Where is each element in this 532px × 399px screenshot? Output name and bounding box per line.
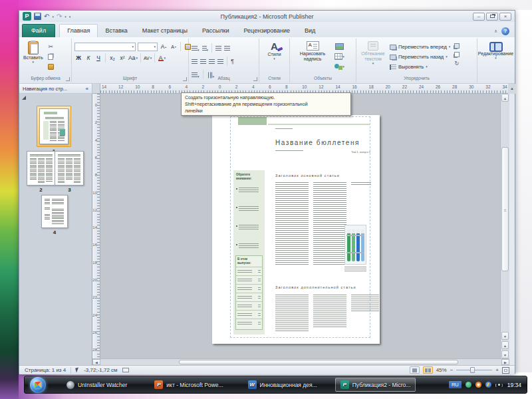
tab-page-design[interactable]: Макет страницы bbox=[135, 25, 195, 37]
publication-page[interactable]: Название бюллетеня Том 1, выпуск 1 Обрат… bbox=[212, 115, 380, 344]
font-size-combo[interactable]: ▾ bbox=[138, 43, 158, 51]
zoom-level[interactable]: 45% bbox=[436, 367, 447, 373]
horizontal-scrollbar[interactable]: ◀ ▶ bbox=[92, 358, 509, 365]
bullets-button[interactable]: ▾ bbox=[192, 42, 200, 54]
zoom-slider[interactable] bbox=[456, 370, 492, 370]
character-spacing-button[interactable]: AV▾ bbox=[144, 54, 152, 63]
tray-power-icon[interactable] bbox=[485, 382, 491, 388]
rotate-objects-button[interactable]: ↻ bbox=[452, 59, 461, 67]
page-navigation-pane[interactable]: 1 2 bbox=[19, 94, 92, 365]
main-story-headline[interactable]: Заголовок основной статьи bbox=[275, 174, 340, 178]
format-painter-button[interactable] bbox=[46, 62, 56, 71]
help-icon[interactable]: ? bbox=[501, 27, 509, 35]
collapse-ribbon-icon[interactable]: ∧ bbox=[494, 29, 497, 34]
taskbar-item-uninstaller[interactable]: UnInstaller Watcher bbox=[66, 381, 127, 389]
collapse-pane-icon[interactable]: « bbox=[86, 86, 88, 92]
save-icon[interactable] bbox=[34, 13, 41, 20]
taskbar-clock[interactable]: 19:34 bbox=[507, 382, 521, 388]
tab-view[interactable]: Вид bbox=[297, 25, 323, 37]
image-caption-text[interactable] bbox=[344, 267, 366, 272]
font-color-button[interactable]: A▾ bbox=[158, 54, 166, 63]
previous-page-button[interactable]: ▲ bbox=[501, 341, 509, 349]
clipboard-dialog-launcher-icon[interactable] bbox=[66, 77, 70, 81]
tab-insert[interactable]: Вставка bbox=[98, 25, 134, 37]
font-dialog-launcher-icon[interactable] bbox=[183, 77, 187, 81]
page-thumbnail-2-3[interactable]: 2 3 bbox=[27, 151, 84, 193]
main-story-column[interactable] bbox=[313, 182, 346, 266]
numbering-button[interactable]: ▾ bbox=[202, 42, 209, 54]
send-backward-button[interactable]: Переместить назад▾ bbox=[390, 53, 450, 61]
subscript-button[interactable]: x₂ bbox=[108, 54, 116, 63]
styles-button[interactable]: A Стили ▾ bbox=[265, 40, 283, 62]
underline-button[interactable]: Ч bbox=[94, 54, 102, 63]
scroll-right-button[interactable]: ▶ bbox=[501, 359, 509, 365]
two-page-view-button[interactable] bbox=[423, 366, 433, 374]
change-case-button[interactable]: Aa▾ bbox=[128, 54, 138, 63]
organization-name-text[interactable] bbox=[275, 128, 293, 130]
ruler-options-button[interactable]: ▲ bbox=[508, 84, 516, 94]
decrease-indent-button[interactable] bbox=[215, 42, 221, 54]
insert-shapes-button[interactable]: ▾ bbox=[334, 62, 344, 71]
align-objects-button[interactable]: Выровнять▾ bbox=[390, 63, 450, 71]
tray-network-icon[interactable] bbox=[495, 382, 503, 388]
paste-button[interactable]: Вставить ▾ bbox=[21, 40, 45, 65]
newsletter-date-text[interactable] bbox=[275, 150, 303, 152]
volume-issue-text[interactable]: Том 1, выпуск 1 bbox=[351, 150, 370, 154]
tab-file[interactable]: Файл bbox=[22, 24, 55, 37]
start-button[interactable] bbox=[30, 377, 46, 393]
tray-antivirus-icon[interactable] bbox=[475, 382, 481, 388]
scroll-down-button[interactable]: ▼ bbox=[501, 332, 509, 340]
vertical-scroll-thumb[interactable] bbox=[501, 147, 509, 271]
cut-button[interactable]: ✂ bbox=[46, 42, 56, 51]
italic-button[interactable]: К bbox=[84, 54, 92, 63]
bring-forward-button[interactable]: Переместить вперед▾ bbox=[390, 43, 450, 51]
horizontal-scroll-thumb[interactable] bbox=[179, 360, 458, 364]
zoom-in-button[interactable]: + bbox=[495, 367, 499, 373]
tab-mailings[interactable]: Рассылки bbox=[195, 25, 236, 37]
main-story-column[interactable] bbox=[275, 182, 309, 266]
grow-font-button[interactable]: A▴ bbox=[160, 43, 168, 51]
align-left-button[interactable] bbox=[192, 55, 198, 67]
vertical-scrollbar[interactable]: ▲ ▼ ▲ ▼ bbox=[500, 94, 509, 358]
shrink-font-button[interactable]: A▾ bbox=[170, 43, 178, 51]
taskbar-item-word[interactable]: W Инновационная дея... bbox=[248, 380, 317, 389]
document-canvas[interactable]: Название бюллетеня Том 1, выпуск 1 Обрат… bbox=[100, 94, 500, 358]
zoom-slider-thumb[interactable] bbox=[470, 367, 475, 373]
superscript-button[interactable]: x² bbox=[118, 54, 126, 63]
tab-home[interactable]: Главная bbox=[59, 24, 98, 37]
close-button[interactable]: × bbox=[499, 13, 511, 21]
scroll-left-button[interactable]: ◀ bbox=[92, 359, 100, 365]
scroll-up-button[interactable]: ▲ bbox=[501, 94, 509, 102]
page-thumbnail-4[interactable]: 4 bbox=[41, 195, 68, 235]
show-marks-button[interactable]: ¶ bbox=[231, 58, 234, 65]
newsletter-title[interactable]: Название бюллетеня bbox=[275, 139, 360, 146]
insert-table-button[interactable]: ▾ bbox=[334, 52, 344, 61]
secondary-story-column[interactable] bbox=[313, 295, 346, 328]
paragraph-dialog-launcher-icon[interactable] bbox=[253, 77, 257, 81]
redo-icon[interactable]: ↷ bbox=[57, 13, 62, 20]
draw-textbox-button[interactable]: Нарисовать надпись bbox=[291, 40, 334, 63]
undo-icon[interactable]: ↶ bbox=[44, 13, 49, 20]
tab-review[interactable]: Рецензирование bbox=[237, 25, 298, 37]
publisher-logo-icon[interactable]: P bbox=[23, 12, 31, 21]
single-page-view-button[interactable] bbox=[410, 366, 420, 374]
restore-button[interactable] bbox=[486, 13, 498, 21]
undo-caret-icon[interactable]: ▾ bbox=[52, 15, 54, 19]
group-objects-button[interactable] bbox=[452, 42, 461, 50]
taskbar-item-publisher[interactable]: P Публикация2 - Micro... bbox=[335, 378, 416, 392]
page-navigation-header[interactable]: Навигация по стр... « bbox=[19, 84, 92, 94]
page-indicator[interactable]: Страница: 1 из 4 bbox=[25, 367, 66, 373]
align-center-button[interactable] bbox=[200, 55, 206, 67]
secondary-story-column[interactable] bbox=[275, 295, 309, 332]
text-wrapping-button[interactable]: Обтекание текстом ▾ bbox=[358, 40, 388, 66]
font-name-combo[interactable]: ▾ bbox=[74, 43, 136, 51]
pane-resize-icon[interactable] bbox=[22, 96, 26, 100]
secondary-story-headline[interactable]: Заголовок дополнительной статьи bbox=[275, 285, 356, 289]
justify-button[interactable] bbox=[217, 55, 223, 67]
qat-customize-icon[interactable]: ▾ bbox=[69, 15, 71, 19]
increase-indent-button[interactable] bbox=[224, 42, 230, 54]
tray-app-icon[interactable] bbox=[466, 382, 471, 388]
vertical-ruler[interactable]: 0246810121416182022242628 bbox=[92, 94, 100, 365]
redo-caret-icon[interactable]: ▾ bbox=[65, 15, 66, 19]
ungroup-objects-button[interactable] bbox=[452, 51, 461, 59]
